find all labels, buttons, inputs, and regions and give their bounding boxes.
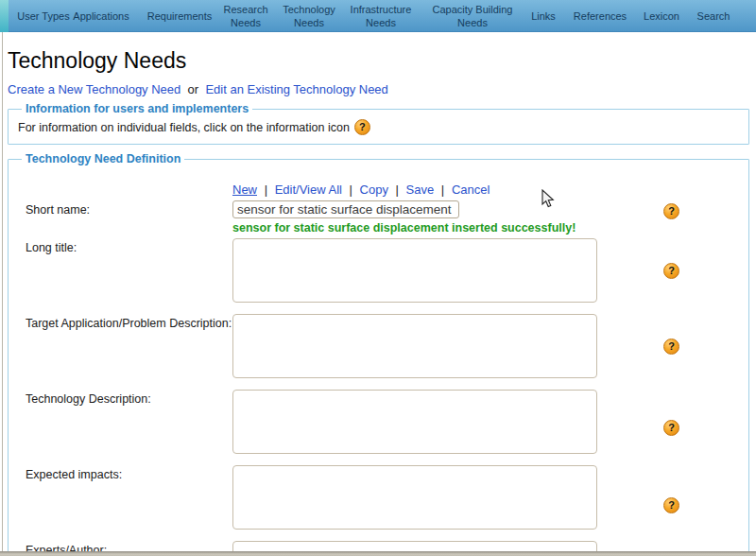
technology-need-definition-fieldset: Technology Need Definition New | Edit/Vi… [8, 152, 749, 556]
target-application-label: Target Application/Problem Description: [16, 314, 232, 330]
nav-item-infrastructure-needs[interactable]: Infrastructure Needs [342, 2, 420, 29]
long-title-help: ? [663, 261, 679, 279]
help-icon[interactable]: ? [663, 420, 679, 436]
navbar-corner-accent [0, 0, 9, 32]
top-navbar: User Types Applications Requirements Res… [0, 0, 756, 32]
help-icon[interactable]: ? [663, 203, 679, 219]
long-title-row: Long title: ? [16, 238, 741, 306]
technology-description-row: Technology Description: ? [16, 390, 741, 458]
cancel-link[interactable]: Cancel [452, 182, 490, 197]
page-content: Technology Needs Create a New Technology… [0, 32, 756, 556]
definition-fieldset-legend: Technology Need Definition [22, 152, 184, 165]
technology-description-control [232, 390, 597, 458]
technology-description-help: ? [663, 418, 679, 436]
info-text-row: For information on individual fields, cl… [16, 116, 741, 137]
target-application-textarea[interactable] [232, 314, 597, 378]
new-link[interactable]: New [232, 182, 257, 197]
success-message: sensor for static surface displacement i… [232, 221, 741, 235]
nav-item-references[interactable]: References [567, 9, 633, 22]
toolbar-separator: | [396, 182, 399, 197]
long-title-textarea[interactable] [232, 238, 597, 303]
expected-impacts-control [232, 465, 597, 533]
target-application-control [232, 314, 597, 382]
create-technology-need-link[interactable]: Create a New Technology Need [8, 82, 180, 96]
nav-item-links[interactable]: Links [520, 9, 567, 22]
expected-impacts-label: Expected impacts: [16, 465, 232, 481]
or-text-space [198, 82, 202, 96]
help-icon[interactable]: ? [354, 119, 370, 135]
nav-item-capacity-building-needs[interactable]: Capacity Building Needs [421, 2, 524, 29]
nav-item-user-types[interactable]: User Types [14, 9, 73, 22]
toolbar-separator: | [350, 182, 352, 197]
expected-impacts-textarea[interactable] [232, 465, 597, 530]
info-fieldset: Information for users and implementers F… [8, 102, 749, 145]
help-icon[interactable]: ? [663, 497, 679, 513]
nav-item-applications[interactable]: Applications [68, 9, 134, 22]
nav-item-search[interactable]: Search [688, 9, 739, 22]
window-bottom-bar [0, 551, 756, 556]
short-name-row: Short name: ? [16, 200, 741, 219]
toolbar-separator: | [265, 182, 267, 197]
edit-view-all-link[interactable]: Edit/View All [275, 182, 342, 197]
info-text: For information on individual fields, cl… [18, 121, 350, 134]
record-toolbar: New | Edit/View All | Copy | Save | Canc… [232, 182, 741, 197]
edit-technology-need-link[interactable]: Edit an Existing Technology Need [205, 82, 387, 96]
expected-impacts-row: Expected impacts: ? [16, 465, 741, 533]
expected-impacts-help: ? [663, 495, 679, 513]
info-fieldset-legend: Information for users and implementers [22, 102, 252, 115]
short-name-label: Short name: [16, 200, 232, 217]
help-icon[interactable]: ? [663, 263, 679, 279]
target-application-help: ? [663, 337, 679, 355]
long-title-label: Long title: [16, 238, 232, 254]
nav-item-requirements[interactable]: Requirements [142, 9, 217, 22]
technology-description-label: Technology Description: [16, 390, 232, 406]
or-text-label: or [188, 82, 199, 96]
action-links: Create a New Technology Need or Edit an … [8, 82, 756, 96]
nav-item-research-needs[interactable]: Research Needs [210, 2, 282, 29]
short-name-help: ? [663, 201, 679, 219]
short-name-input[interactable] [232, 200, 459, 218]
long-title-control [232, 238, 597, 306]
page-title: Technology Needs [8, 48, 756, 74]
short-name-control [232, 200, 459, 218]
nav-item-lexicon[interactable]: Lexicon [631, 9, 692, 22]
toolbar-separator: | [441, 182, 444, 197]
technology-description-textarea[interactable] [232, 390, 597, 454]
help-icon[interactable]: ? [663, 339, 679, 355]
nav-item-technology-needs[interactable]: Technology Needs [276, 2, 342, 29]
target-application-row: Target Application/Problem Description: … [16, 314, 741, 382]
save-link[interactable]: Save [406, 182, 435, 197]
copy-link[interactable]: Copy [360, 182, 388, 197]
